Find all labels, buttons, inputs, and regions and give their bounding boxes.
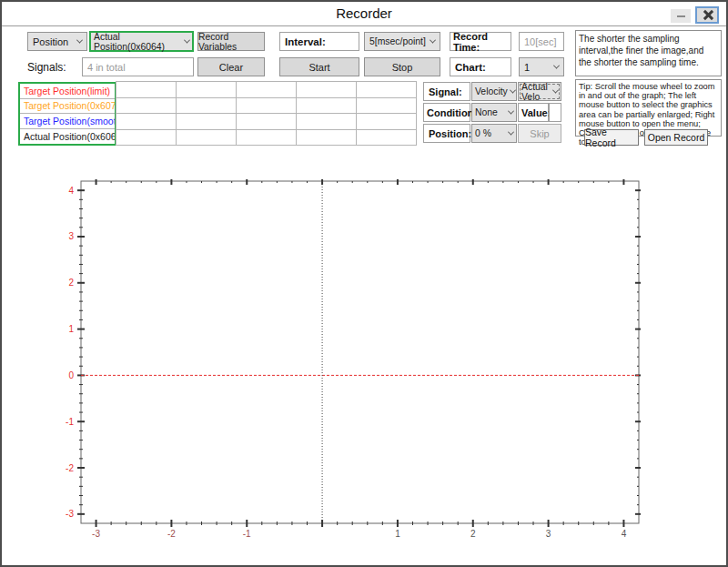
svg-text:0: 0 <box>68 370 74 380</box>
svg-text:-3: -3 <box>92 529 100 539</box>
svg-text:2: 2 <box>470 529 476 539</box>
svg-text:3: 3 <box>546 529 551 539</box>
chart-canvas[interactable]: 43210-1-2-3-3-2-11234 <box>2 2 728 567</box>
svg-text:4: 4 <box>68 186 74 196</box>
svg-text:-2: -2 <box>66 463 74 473</box>
svg-text:2: 2 <box>68 278 74 288</box>
svg-text:-1: -1 <box>66 417 74 427</box>
svg-text:-2: -2 <box>167 529 176 539</box>
svg-text:1: 1 <box>395 529 400 539</box>
recorder-window: Recorder Position Actual Position(0x6064… <box>0 0 728 567</box>
svg-text:-1: -1 <box>243 529 251 539</box>
svg-text:-3: -3 <box>66 509 74 519</box>
svg-text:4: 4 <box>622 529 627 539</box>
svg-text:3: 3 <box>68 231 74 241</box>
svg-text:1: 1 <box>68 324 74 334</box>
